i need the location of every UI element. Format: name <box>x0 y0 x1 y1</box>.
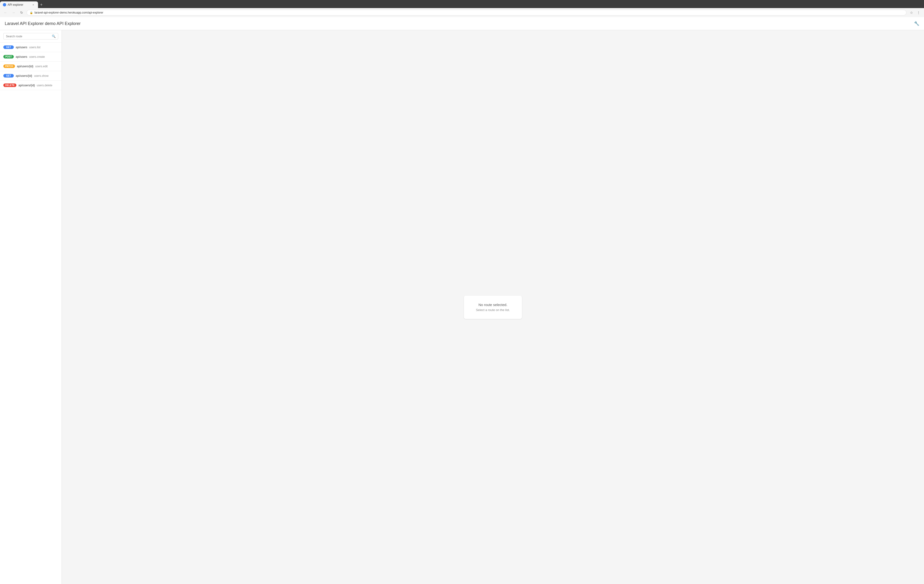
tab-favicon <box>3 3 6 7</box>
route-name: users.create <box>29 55 45 58</box>
forward-button[interactable]: → <box>10 10 16 16</box>
route-path: api/users/{id} <box>17 65 33 68</box>
route-name: users.edit <box>35 65 48 68</box>
route-path: api/users/{id} <box>16 74 32 78</box>
route-item[interactable]: PATCHapi/users/{id}users.edit <box>0 61 61 71</box>
method-badge: DELETE <box>3 83 16 87</box>
search-wrapper: 🔍 <box>3 33 58 40</box>
no-route-card: No route selected. Select a route on the… <box>464 296 521 319</box>
route-name: users.show <box>34 74 48 78</box>
tab-close-button[interactable]: × <box>31 3 35 7</box>
search-input[interactable] <box>6 35 50 38</box>
bookmark-button[interactable]: ☆ <box>908 10 914 16</box>
route-path: api/users <box>16 46 27 49</box>
search-container: 🔍 <box>0 30 61 43</box>
browser-chrome: API explorer × + ← → ↻ 🔒 ☆ ⋮ <box>0 0 924 17</box>
app-title: Laravel API Explorer demo API Explorer <box>5 21 81 26</box>
route-name: users.delete <box>37 84 52 87</box>
route-item[interactable]: GETapi/usersusers.list <box>0 43 61 52</box>
route-item[interactable]: DELETEapi/users/{id}users.delete <box>0 81 61 90</box>
app-body: 🔍 GETapi/usersusers.listPOSTapi/usersuse… <box>0 30 924 584</box>
method-badge: POST <box>3 55 14 58</box>
method-badge: PATCH <box>3 65 15 68</box>
route-item[interactable]: POSTapi/usersusers.create <box>0 52 61 61</box>
reload-button[interactable]: ↻ <box>18 10 25 16</box>
route-item[interactable]: GETapi/users/{id}users.show <box>0 71 61 81</box>
main-content: No route selected. Select a route on the… <box>62 30 924 584</box>
route-list: GETapi/usersusers.listPOSTapi/usersusers… <box>0 43 61 90</box>
method-badge: GET <box>3 74 14 78</box>
method-badge: GET <box>3 45 14 49</box>
no-route-title: No route selected. <box>476 303 510 307</box>
toolbar-actions: ☆ ⋮ <box>908 10 922 16</box>
browser-toolbar: ← → ↻ 🔒 ☆ ⋮ <box>0 8 924 17</box>
settings-icon[interactable]: 🔧 <box>914 21 919 26</box>
new-tab-button[interactable]: + <box>38 2 45 8</box>
address-bar[interactable]: 🔒 <box>26 10 906 15</box>
browser-tabs: API explorer × + <box>0 0 924 8</box>
no-route-subtitle: Select a route on the list. <box>476 308 510 312</box>
lock-icon: 🔒 <box>30 11 33 14</box>
back-button[interactable]: ← <box>2 10 8 16</box>
tab-title: API explorer <box>8 3 30 7</box>
app-header: Laravel API Explorer demo API Explorer 🔧 <box>0 17 924 30</box>
route-path: api/users/{id} <box>18 84 35 87</box>
route-path: api/users <box>16 55 27 58</box>
route-name: users.list <box>29 46 40 49</box>
more-button[interactable]: ⋮ <box>916 10 922 16</box>
address-input[interactable] <box>35 11 903 14</box>
browser-tab-active[interactable]: API explorer × <box>0 2 38 8</box>
sidebar: 🔍 GETapi/usersusers.listPOSTapi/usersuse… <box>0 30 62 584</box>
app-container: Laravel API Explorer demo API Explorer 🔧… <box>0 17 924 584</box>
search-icon: 🔍 <box>52 35 56 38</box>
